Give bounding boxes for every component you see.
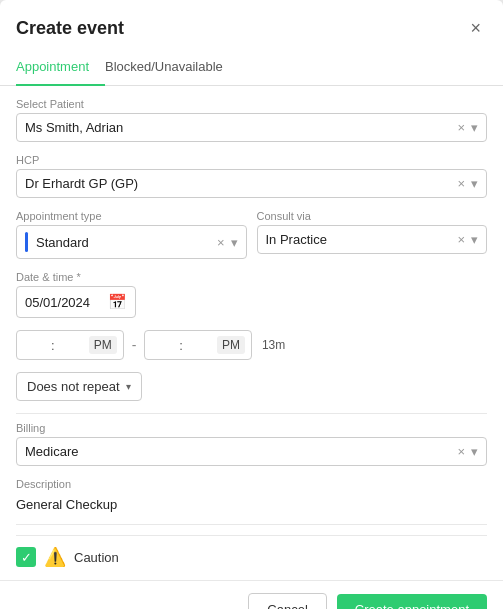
patient-input[interactable]: Ms Smith, Adrian × ▾: [16, 113, 487, 142]
create-event-modal: Create event × Appointment Blocked/Unava…: [0, 0, 503, 609]
tab-blocked[interactable]: Blocked/Unavailable: [105, 49, 239, 86]
start-hour-input[interactable]: 02: [23, 338, 49, 353]
patient-label: Select Patient: [16, 98, 487, 110]
start-time-input[interactable]: 02 : 40 PM: [16, 330, 124, 360]
type-indicator: [25, 232, 28, 252]
appt-type-value: Standard: [36, 235, 217, 250]
billing-input[interactable]: Medicare × ▾: [16, 437, 487, 466]
billing-label: Billing: [16, 422, 487, 434]
modal-title: Create event: [16, 18, 124, 39]
hcp-label: HCP: [16, 154, 487, 166]
divider-1: [16, 413, 487, 414]
hcp-field-group: HCP Dr Erhardt GP (GP) × ▾: [16, 154, 487, 198]
cancel-button[interactable]: Cancel: [248, 593, 326, 609]
date-value: 05/01/2024: [25, 295, 102, 310]
time-row: 02 : 40 PM - 02 : 53 PM 13m: [16, 330, 487, 360]
caution-checkbox[interactable]: ✓: [16, 547, 36, 567]
description-label: Description: [16, 478, 487, 490]
description-value[interactable]: General Checkup: [16, 493, 487, 516]
caution-icon: ⚠️: [44, 546, 66, 568]
patient-value: Ms Smith, Adrian: [25, 120, 457, 135]
time-range-separator: -: [132, 337, 137, 353]
appt-type-label: Appointment type: [16, 210, 247, 222]
consult-dropdown-icon[interactable]: ▾: [471, 232, 478, 247]
tabs-bar: Appointment Blocked/Unavailable: [0, 49, 503, 86]
end-min-input[interactable]: 53: [185, 338, 211, 353]
create-appointment-button[interactable]: Create appointment: [337, 594, 487, 609]
consult-field-group: Consult via In Practice × ▾: [257, 210, 488, 259]
type-consult-row: Appointment type Standard × ▾ Consult vi…: [16, 210, 487, 271]
end-time-input[interactable]: 02 : 53 PM: [144, 330, 252, 360]
datetime-row: 05/01/2024 📅: [16, 286, 487, 318]
calendar-icon[interactable]: 📅: [108, 293, 127, 311]
patient-clear-icon[interactable]: ×: [457, 120, 465, 135]
billing-dropdown-icon[interactable]: ▾: [471, 444, 478, 459]
billing-clear-icon[interactable]: ×: [457, 444, 465, 459]
caution-row: ✓ ⚠️ Caution: [16, 535, 487, 568]
patient-dropdown-icon[interactable]: ▾: [471, 120, 478, 135]
appt-type-field-group: Appointment type Standard × ▾: [16, 210, 247, 259]
duration-text: 13m: [262, 338, 285, 352]
date-input[interactable]: 05/01/2024 📅: [16, 286, 136, 318]
end-ampm-badge[interactable]: PM: [217, 336, 245, 354]
repeat-label: Does not repeat: [27, 379, 120, 394]
hcp-input[interactable]: Dr Erhardt GP (GP) × ▾: [16, 169, 487, 198]
close-button[interactable]: ×: [464, 16, 487, 41]
start-ampm-badge[interactable]: PM: [89, 336, 117, 354]
repeat-dropdown[interactable]: Does not repeat ▾: [16, 372, 142, 401]
tab-appointment[interactable]: Appointment: [16, 49, 105, 86]
appt-type-dropdown-icon[interactable]: ▾: [231, 235, 238, 250]
caution-label: Caution: [74, 550, 119, 565]
consult-value: In Practice: [266, 232, 458, 247]
repeat-field-group: Does not repeat ▾: [16, 372, 487, 401]
start-min-input[interactable]: 40: [57, 338, 83, 353]
modal-header: Create event ×: [0, 0, 503, 41]
hcp-value: Dr Erhardt GP (GP): [25, 176, 457, 191]
hcp-dropdown-icon[interactable]: ▾: [471, 176, 478, 191]
appt-type-input[interactable]: Standard × ▾: [16, 225, 247, 259]
end-hour-input[interactable]: 02: [151, 338, 177, 353]
repeat-dropdown-icon: ▾: [126, 381, 131, 392]
consult-input[interactable]: In Practice × ▾: [257, 225, 488, 254]
description-section: Description General Checkup: [16, 478, 487, 516]
hcp-clear-icon[interactable]: ×: [457, 176, 465, 191]
consult-clear-icon[interactable]: ×: [457, 232, 465, 247]
billing-value: Medicare: [25, 444, 457, 459]
consult-label: Consult via: [257, 210, 488, 222]
modal-body: Select Patient Ms Smith, Adrian × ▾ HCP …: [0, 86, 503, 580]
patient-field-group: Select Patient Ms Smith, Adrian × ▾: [16, 98, 487, 142]
appt-type-clear-icon[interactable]: ×: [217, 235, 225, 250]
datetime-field-group: Date & time * 05/01/2024 📅: [16, 271, 487, 318]
divider-2: [16, 524, 487, 525]
datetime-label: Date & time *: [16, 271, 487, 283]
modal-footer: Cancel Create appointment: [0, 580, 503, 609]
billing-field-group: Billing Medicare × ▾: [16, 422, 487, 466]
